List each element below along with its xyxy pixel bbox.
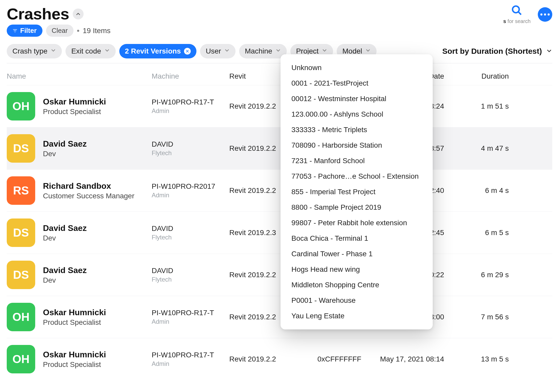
project-option[interactable]: 855 - Imperial Test Project bbox=[281, 184, 433, 200]
filter-chip-machine[interactable]: Machine bbox=[239, 44, 287, 58]
machine-name: PI-W10PRO-R2017 bbox=[152, 182, 229, 191]
col-duration: Duration bbox=[452, 72, 509, 80]
avatar: OH bbox=[7, 303, 35, 331]
chevron-down-icon bbox=[50, 47, 56, 55]
chevron-down-icon bbox=[546, 48, 552, 54]
search-hint-key: s bbox=[503, 18, 506, 24]
exit-code: 0xCFFFFFFF bbox=[307, 355, 372, 363]
separator-dot bbox=[77, 30, 79, 32]
table-row[interactable]: OHOskar HumnickiProduct SpecialistPI-W10… bbox=[7, 338, 552, 380]
user-role: Product Specialist bbox=[43, 318, 106, 327]
project-option[interactable]: Middleton Shopping Centre bbox=[281, 277, 433, 293]
search-icon bbox=[511, 5, 523, 16]
search-hint-rest: for search bbox=[506, 18, 531, 24]
project-option[interactable]: 77053 - Pachore…e School - Extension bbox=[281, 169, 433, 184]
avatar: DS bbox=[7, 261, 35, 289]
filter-button-label: Filter bbox=[20, 27, 37, 35]
avatar: DS bbox=[7, 218, 35, 247]
col-name: Name bbox=[7, 72, 152, 80]
clear-button-label: Clear bbox=[52, 27, 68, 35]
filter-chip-label: Exit code bbox=[71, 47, 101, 55]
project-option[interactable]: Cardinal Tower - Phase 1 bbox=[281, 246, 433, 262]
machine-name: DAVID bbox=[152, 224, 229, 233]
machine-name: PI-W10PRO-R17-T bbox=[152, 351, 229, 359]
user-role: Dev bbox=[43, 276, 87, 284]
table-row[interactable]: OHOskar HumnickiProduct SpecialistPI-W10… bbox=[7, 296, 552, 338]
search-button[interactable] bbox=[503, 5, 531, 18]
filter-chip-label: User bbox=[206, 47, 221, 55]
chevron-down-icon bbox=[275, 47, 281, 55]
machine-name: DAVID bbox=[152, 140, 229, 148]
crash-date: May 17, 2021 08:14 bbox=[372, 355, 452, 363]
crash-duration: 7 m 56 s bbox=[452, 313, 509, 321]
user-name: David Saez bbox=[43, 266, 87, 275]
crash-duration: 13 m 5 s bbox=[452, 355, 509, 363]
filter-icon bbox=[12, 28, 18, 33]
avatar: DS bbox=[7, 134, 35, 163]
table-row[interactable]: DSDavid SaezDevDAVIDFlytechRevit 2019.2.… bbox=[7, 127, 552, 169]
user-name: Oskar Humnicki bbox=[43, 308, 106, 317]
table-header: Name Machine Revit Date Duration bbox=[7, 63, 552, 85]
table-row[interactable]: OHOskar HumnickiProduct SpecialistPI-W10… bbox=[7, 85, 552, 127]
project-option[interactable]: 99807 - Peter Rabbit hole extension bbox=[281, 215, 433, 231]
user-role: Product Specialist bbox=[43, 360, 106, 369]
machine-sub: Flytech bbox=[152, 234, 229, 241]
crashes-table: Name Machine Revit Date Duration OHOskar… bbox=[7, 63, 552, 380]
machine-name: PI-W10PRO-R17-T bbox=[152, 98, 229, 106]
page-title: Crashes bbox=[7, 5, 69, 23]
filter-chip-label: Machine bbox=[245, 47, 272, 55]
dots-icon bbox=[540, 13, 542, 16]
project-option[interactable]: Boca Chica - Terminal 1 bbox=[281, 231, 433, 246]
project-dropdown[interactable]: Unknown0001 - 2021-TestProject00012 - We… bbox=[281, 54, 433, 329]
avatar: RS bbox=[7, 176, 35, 205]
clear-button[interactable]: Clear bbox=[46, 25, 73, 37]
project-option[interactable]: Hogs Head new wing bbox=[281, 262, 433, 277]
project-option[interactable]: 0001 - 2021-TestProject bbox=[281, 76, 433, 91]
avatar: OH bbox=[7, 345, 35, 373]
filter-chip-user[interactable]: User bbox=[200, 44, 236, 58]
user-role: Product Specialist bbox=[43, 108, 106, 116]
project-option[interactable]: 00012 - Westminster Hospital bbox=[281, 91, 433, 107]
item-count: 19 Items bbox=[77, 27, 111, 35]
sort-label: Sort by Duration (Shortest) bbox=[442, 47, 542, 56]
user-name: David Saez bbox=[43, 139, 87, 149]
crash-duration: 6 m 5 s bbox=[452, 229, 509, 237]
user-role: Dev bbox=[43, 150, 87, 158]
project-option[interactable]: 123.000.00 - Ashlyns School bbox=[281, 107, 433, 122]
revit-version: Revit 2019.2.2 bbox=[229, 355, 307, 363]
filter-chip-crash-type[interactable]: Crash type bbox=[7, 44, 62, 58]
project-option[interactable]: 8800 - Sample Project 2019 bbox=[281, 200, 433, 215]
project-option[interactable]: Yau Leng Estate bbox=[281, 308, 433, 324]
table-row[interactable]: RSRichard SandboxCustomer Success Manage… bbox=[7, 169, 552, 212]
collapse-header-button[interactable] bbox=[73, 9, 84, 19]
filter-button[interactable]: Filter bbox=[7, 25, 42, 37]
user-role: Customer Success Manager bbox=[43, 192, 134, 200]
crash-duration: 1 m 51 s bbox=[452, 102, 509, 110]
project-option[interactable]: Unknown bbox=[281, 60, 433, 76]
project-option[interactable]: P0001 - Warehouse bbox=[281, 293, 433, 308]
machine-name: DAVID bbox=[152, 267, 229, 275]
filter-chip-exit-code[interactable]: Exit code bbox=[65, 44, 115, 58]
filter-chip-label: 2 Revit Versions bbox=[125, 47, 181, 55]
project-option[interactable]: 708090 - Harborside Station bbox=[281, 138, 433, 153]
user-name: Oskar Humnicki bbox=[43, 97, 106, 107]
col-machine: Machine bbox=[152, 72, 229, 80]
crash-duration: 4 m 47 s bbox=[452, 144, 509, 153]
more-button[interactable] bbox=[538, 7, 552, 22]
user-name: Oskar Humnicki bbox=[43, 350, 106, 359]
project-option[interactable]: 333333 - Metric Triplets bbox=[281, 122, 433, 138]
project-option[interactable]: 7231 - Manford School bbox=[281, 153, 433, 169]
chevron-up-icon bbox=[75, 11, 81, 17]
crash-duration: 6 m 29 s bbox=[452, 271, 509, 279]
table-row[interactable]: DSDavid SaezDevDAVIDFlytechRevit 2019.2.… bbox=[7, 212, 552, 254]
search-hint: s for search bbox=[503, 18, 531, 24]
close-icon[interactable] bbox=[184, 48, 191, 55]
sort-button[interactable]: Sort by Duration (Shortest) bbox=[442, 47, 552, 56]
table-row[interactable]: DSDavid SaezDevDAVIDFlytechRevit 2019.2.… bbox=[7, 254, 552, 296]
machine-sub: Admin bbox=[152, 360, 229, 367]
filter-chip-2-revit-versions[interactable]: 2 Revit Versions bbox=[119, 44, 196, 58]
machine-sub: Admin bbox=[152, 107, 229, 115]
item-count-label: 19 Items bbox=[83, 27, 111, 35]
crash-duration: 6 m 4 s bbox=[452, 186, 509, 195]
machine-name: PI-W10PRO-R17-T bbox=[152, 309, 229, 317]
